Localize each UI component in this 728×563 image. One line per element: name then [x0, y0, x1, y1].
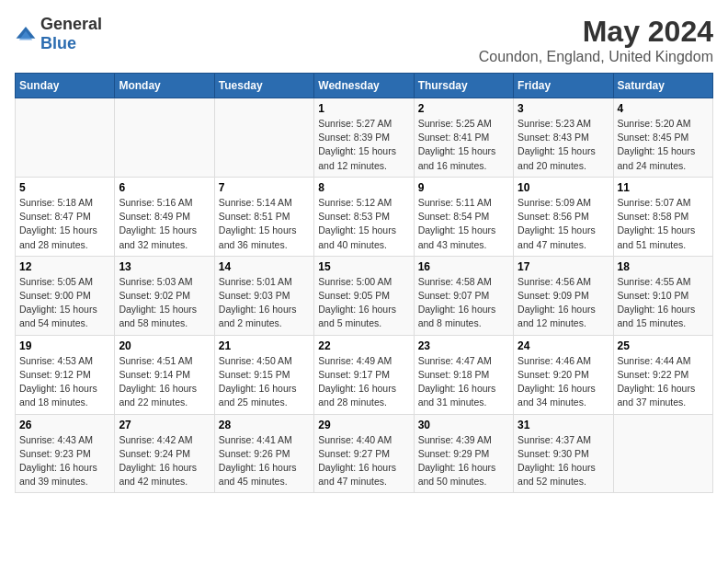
- day-info: Sunrise: 5:05 AM Sunset: 9:00 PM Dayligh…: [19, 275, 110, 331]
- calendar-table: SundayMondayTuesdayWednesdayThursdayFrid…: [15, 73, 713, 493]
- calendar-body: 1Sunrise: 5:27 AM Sunset: 8:39 PM Daylig…: [16, 98, 713, 493]
- week-row-4: 19Sunrise: 4:53 AM Sunset: 9:12 PM Dayli…: [16, 335, 713, 414]
- day-number: 31: [518, 419, 609, 431]
- day-info: Sunrise: 5:12 AM Sunset: 8:53 PM Dayligh…: [318, 196, 409, 252]
- header-cell-monday: Monday: [115, 74, 214, 98]
- header-cell-wednesday: Wednesday: [314, 74, 414, 98]
- day-number: 15: [318, 260, 409, 273]
- day-info: Sunrise: 4:46 AM Sunset: 9:20 PM Dayligh…: [518, 354, 609, 410]
- day-info: Sunrise: 4:41 AM Sunset: 9:26 PM Dayligh…: [219, 433, 310, 489]
- day-number: 8: [318, 181, 409, 194]
- calendar-cell: 18Sunrise: 4:55 AM Sunset: 9:10 PM Dayli…: [613, 256, 712, 335]
- day-number: 22: [318, 339, 409, 352]
- logo-general: General: [40, 15, 102, 33]
- day-info: Sunrise: 4:37 AM Sunset: 9:30 PM Dayligh…: [518, 433, 609, 489]
- header-cell-sunday: Sunday: [16, 74, 115, 98]
- calendar-cell: 5Sunrise: 5:18 AM Sunset: 8:47 PM Daylig…: [16, 177, 115, 256]
- calendar-cell: [613, 414, 712, 493]
- calendar-cell: 28Sunrise: 4:41 AM Sunset: 9:26 PM Dayli…: [214, 414, 313, 493]
- header-cell-saturday: Saturday: [613, 74, 712, 98]
- header-row: SundayMondayTuesdayWednesdayThursdayFrid…: [16, 74, 713, 98]
- calendar-cell: [115, 98, 214, 178]
- day-number: 17: [518, 260, 609, 273]
- calendar-cell: 16Sunrise: 4:58 AM Sunset: 9:07 PM Dayli…: [414, 256, 513, 335]
- day-number: 19: [19, 339, 110, 352]
- day-number: 7: [219, 181, 310, 194]
- calendar-cell: 26Sunrise: 4:43 AM Sunset: 9:23 PM Dayli…: [16, 414, 115, 493]
- day-info: Sunrise: 5:27 AM Sunset: 8:39 PM Dayligh…: [318, 117, 409, 173]
- header: General Blue May 2024 Coundon, England, …: [15, 15, 713, 65]
- day-number: 9: [418, 181, 509, 194]
- calendar-cell: 17Sunrise: 4:56 AM Sunset: 9:09 PM Dayli…: [514, 256, 613, 335]
- day-number: 14: [219, 260, 310, 273]
- day-info: Sunrise: 4:49 AM Sunset: 9:17 PM Dayligh…: [318, 354, 409, 410]
- day-number: 13: [119, 260, 210, 273]
- day-number: 5: [19, 181, 110, 194]
- day-info: Sunrise: 5:07 AM Sunset: 8:58 PM Dayligh…: [618, 196, 709, 252]
- header-cell-thursday: Thursday: [414, 74, 513, 98]
- header-cell-tuesday: Tuesday: [214, 74, 313, 98]
- day-info: Sunrise: 4:40 AM Sunset: 9:27 PM Dayligh…: [318, 433, 409, 489]
- calendar-cell: 12Sunrise: 5:05 AM Sunset: 9:00 PM Dayli…: [16, 256, 115, 335]
- logo: General Blue: [15, 15, 102, 53]
- header-cell-friday: Friday: [514, 74, 613, 98]
- calendar-cell: 13Sunrise: 5:03 AM Sunset: 9:02 PM Dayli…: [115, 256, 214, 335]
- day-number: 21: [219, 339, 310, 352]
- calendar-cell: 27Sunrise: 4:42 AM Sunset: 9:24 PM Dayli…: [115, 414, 214, 493]
- calendar-cell: 4Sunrise: 5:20 AM Sunset: 8:45 PM Daylig…: [613, 98, 712, 178]
- day-number: 23: [418, 339, 509, 352]
- week-row-3: 12Sunrise: 5:05 AM Sunset: 9:00 PM Dayli…: [16, 256, 713, 335]
- week-row-1: 1Sunrise: 5:27 AM Sunset: 8:39 PM Daylig…: [16, 98, 713, 178]
- calendar-cell: [16, 98, 115, 178]
- calendar-cell: 19Sunrise: 4:53 AM Sunset: 9:12 PM Dayli…: [16, 335, 115, 414]
- day-info: Sunrise: 4:39 AM Sunset: 9:29 PM Dayligh…: [418, 433, 509, 489]
- day-info: Sunrise: 5:01 AM Sunset: 9:03 PM Dayligh…: [219, 275, 310, 331]
- calendar-cell: 15Sunrise: 5:00 AM Sunset: 9:05 PM Dayli…: [314, 256, 414, 335]
- calendar-cell: 6Sunrise: 5:16 AM Sunset: 8:49 PM Daylig…: [115, 177, 214, 256]
- logo-icon: [15, 25, 37, 43]
- day-info: Sunrise: 4:56 AM Sunset: 9:09 PM Dayligh…: [518, 275, 609, 331]
- day-info: Sunrise: 5:09 AM Sunset: 8:56 PM Dayligh…: [518, 196, 609, 252]
- day-info: Sunrise: 5:16 AM Sunset: 8:49 PM Dayligh…: [119, 196, 210, 252]
- calendar-cell: 3Sunrise: 5:23 AM Sunset: 8:43 PM Daylig…: [514, 98, 613, 178]
- day-info: Sunrise: 5:11 AM Sunset: 8:54 PM Dayligh…: [418, 196, 509, 252]
- calendar-header: SundayMondayTuesdayWednesdayThursdayFrid…: [16, 74, 713, 98]
- calendar-cell: 7Sunrise: 5:14 AM Sunset: 8:51 PM Daylig…: [214, 177, 313, 256]
- calendar-cell: 11Sunrise: 5:07 AM Sunset: 8:58 PM Dayli…: [613, 177, 712, 256]
- day-info: Sunrise: 4:50 AM Sunset: 9:15 PM Dayligh…: [219, 354, 310, 410]
- day-number: 24: [518, 339, 609, 352]
- day-info: Sunrise: 5:03 AM Sunset: 9:02 PM Dayligh…: [119, 275, 210, 331]
- logo-text: General Blue: [40, 15, 102, 53]
- day-info: Sunrise: 4:53 AM Sunset: 9:12 PM Dayligh…: [19, 354, 110, 410]
- calendar-cell: 9Sunrise: 5:11 AM Sunset: 8:54 PM Daylig…: [414, 177, 513, 256]
- calendar-cell: 29Sunrise: 4:40 AM Sunset: 9:27 PM Dayli…: [314, 414, 414, 493]
- logo-blue: Blue: [40, 34, 76, 52]
- day-info: Sunrise: 4:58 AM Sunset: 9:07 PM Dayligh…: [418, 275, 509, 331]
- day-info: Sunrise: 4:42 AM Sunset: 9:24 PM Dayligh…: [119, 433, 210, 489]
- calendar-cell: 23Sunrise: 4:47 AM Sunset: 9:18 PM Dayli…: [414, 335, 513, 414]
- day-info: Sunrise: 5:14 AM Sunset: 8:51 PM Dayligh…: [219, 196, 310, 252]
- calendar-cell: 30Sunrise: 4:39 AM Sunset: 9:29 PM Dayli…: [414, 414, 513, 493]
- day-number: 1: [318, 102, 409, 115]
- calendar-cell: 31Sunrise: 4:37 AM Sunset: 9:30 PM Dayli…: [514, 414, 613, 493]
- day-info: Sunrise: 4:47 AM Sunset: 9:18 PM Dayligh…: [418, 354, 509, 410]
- day-info: Sunrise: 4:55 AM Sunset: 9:10 PM Dayligh…: [618, 275, 709, 331]
- day-number: 25: [618, 339, 709, 352]
- day-number: 12: [19, 260, 110, 273]
- day-number: 4: [618, 102, 709, 115]
- calendar-cell: 25Sunrise: 4:44 AM Sunset: 9:22 PM Dayli…: [613, 335, 712, 414]
- title-area: May 2024 Coundon, England, United Kingdo…: [479, 15, 713, 65]
- calendar-cell: 2Sunrise: 5:25 AM Sunset: 8:41 PM Daylig…: [414, 98, 513, 178]
- calendar-cell: 1Sunrise: 5:27 AM Sunset: 8:39 PM Daylig…: [314, 98, 414, 178]
- day-number: 11: [618, 181, 709, 194]
- day-info: Sunrise: 5:18 AM Sunset: 8:47 PM Dayligh…: [19, 196, 110, 252]
- week-row-2: 5Sunrise: 5:18 AM Sunset: 8:47 PM Daylig…: [16, 177, 713, 256]
- day-number: 18: [618, 260, 709, 273]
- calendar-cell: 22Sunrise: 4:49 AM Sunset: 9:17 PM Dayli…: [314, 335, 414, 414]
- day-info: Sunrise: 4:44 AM Sunset: 9:22 PM Dayligh…: [618, 354, 709, 410]
- calendar-cell: 14Sunrise: 5:01 AM Sunset: 9:03 PM Dayli…: [214, 256, 313, 335]
- day-info: Sunrise: 4:51 AM Sunset: 9:14 PM Dayligh…: [119, 354, 210, 410]
- calendar-cell: 20Sunrise: 4:51 AM Sunset: 9:14 PM Dayli…: [115, 335, 214, 414]
- day-number: 26: [19, 419, 110, 431]
- day-number: 27: [119, 419, 210, 431]
